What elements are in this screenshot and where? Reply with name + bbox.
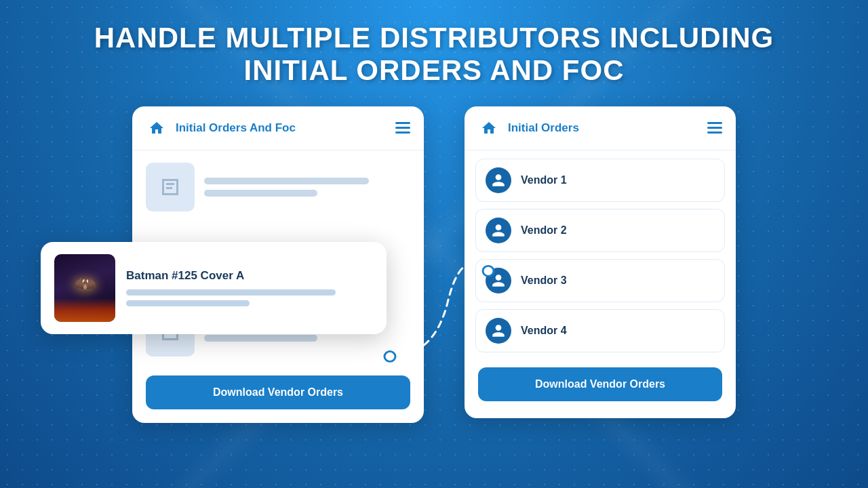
popup-info: Batman #125 Cover A: [126, 269, 373, 306]
main-headline: HANDLE MULTIPLE DISTRIBUTORS INCLUDING I…: [94, 22, 774, 87]
vendor-avatar-3: [486, 268, 511, 293]
download-button-right[interactable]: Download Vendor Orders: [478, 367, 722, 401]
popup-title: Batman #125 Cover A: [126, 269, 373, 283]
left-card-title: Initial Orders And Foc: [176, 121, 387, 135]
placeholder-line-medium: [204, 190, 317, 197]
vendor-item-4[interactable]: Vendor 4: [475, 309, 725, 352]
popup-line-2: [126, 300, 250, 306]
menu-icon-left[interactable]: [395, 122, 410, 134]
cards-container: Initial Orders And Foc: [0, 106, 868, 423]
placeholder-line-long: [204, 178, 369, 184]
popup-lines: [126, 289, 373, 306]
vendor-avatar-1: [486, 167, 511, 193]
right-card-title: Initial Orders: [508, 121, 699, 135]
vendor-avatar-4: [486, 318, 511, 344]
vendor-name-1: Vendor 1: [521, 174, 567, 186]
right-card-header: Initial Orders: [465, 106, 736, 150]
main-content: HANDLE MULTIPLE DISTRIBUTORS INCLUDING I…: [0, 0, 868, 488]
batman-cover: [54, 254, 115, 322]
vendor-avatar-2: [486, 218, 511, 243]
menu-icon-right[interactable]: [707, 122, 722, 134]
vendor-item-2[interactable]: Vendor 2: [475, 209, 725, 252]
home-icon-right: [478, 117, 500, 139]
comic-thumb-1: [146, 163, 195, 211]
vendor-name-4: Vendor 4: [521, 325, 567, 337]
vendor-list: Vendor 1 Vendor 2: [465, 150, 736, 361]
vendor-name-2: Vendor 2: [521, 224, 567, 237]
vendor-name-3: Vendor 3: [521, 274, 567, 287]
popup-line-1: [126, 289, 336, 296]
placeholder-line-medium-2: [204, 335, 317, 342]
download-button-left[interactable]: Download Vendor Orders: [146, 375, 410, 409]
popup-card: Batman #125 Cover A: [41, 242, 387, 334]
home-icon-left: [146, 117, 167, 139]
right-card: Initial Orders Vendor 1: [465, 106, 736, 418]
comic-lines-1: [204, 178, 410, 197]
left-card-header: Initial Orders And Foc: [132, 106, 424, 150]
vendor-item-1[interactable]: Vendor 1: [475, 159, 725, 202]
vendor-item-3[interactable]: Vendor 3: [475, 259, 725, 302]
comic-item-1: [146, 163, 410, 211]
headline-line1: HANDLE MULTIPLE DISTRIBUTORS INCLUDING: [94, 22, 774, 54]
headline-line2: INITIAL ORDERS AND FOC: [243, 54, 624, 86]
